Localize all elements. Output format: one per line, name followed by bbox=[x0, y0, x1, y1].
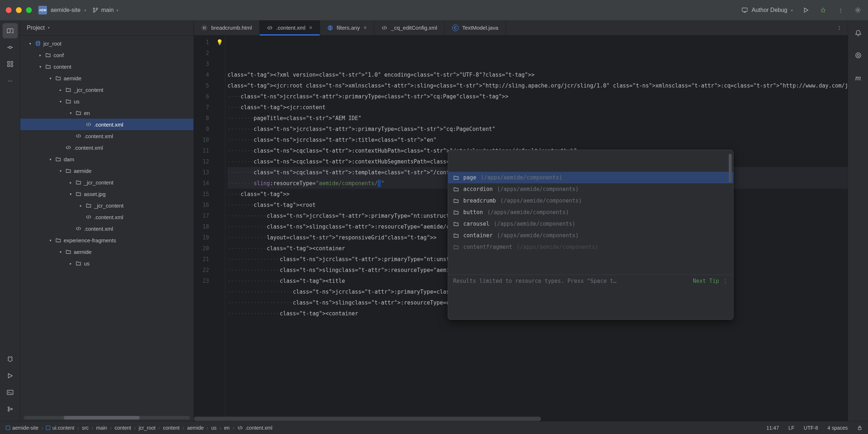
autocomplete-item[interactable]: button(/apps/aemide/components) bbox=[448, 207, 733, 218]
structure-tool-button[interactable] bbox=[3, 56, 18, 72]
branch-selector[interactable]: main ▾ bbox=[93, 7, 119, 13]
tree-arrow-icon[interactable]: ▾ bbox=[68, 111, 73, 115]
commit-tool-button[interactable] bbox=[3, 40, 18, 55]
indent-setting[interactable]: 4 spaces bbox=[827, 425, 848, 431]
breadcrumb-item[interactable]: us bbox=[211, 425, 217, 431]
popup-menu-button[interactable]: ⋮ bbox=[723, 276, 728, 286]
code-line[interactable]: class="t-tag"><jcr:root class="t-ns">xml… bbox=[227, 80, 848, 91]
tree-arrow-icon[interactable]: ▾ bbox=[48, 238, 53, 242]
editor-tab[interactable]: filters.any× bbox=[320, 20, 375, 35]
minimize-window-button[interactable] bbox=[16, 7, 22, 13]
tree-node[interactable]: .content.xml bbox=[20, 223, 193, 234]
autocomplete-popup[interactable]: page(/apps/aemide/components)accordion(/… bbox=[448, 150, 733, 320]
tree-node[interactable]: ▸_jcr_content bbox=[20, 200, 193, 211]
tree-arrow-icon[interactable]: ▸ bbox=[78, 204, 83, 208]
editor-tab[interactable]: Hbreadcrumb.html bbox=[194, 20, 260, 35]
editor-body[interactable]: 1234567891011121314151617181920212223 💡 … bbox=[194, 35, 848, 417]
editor-tab[interactable]: CTextModel.java bbox=[445, 20, 506, 35]
autocomplete-item[interactable]: contentfragment(/apps/aemide/components) bbox=[448, 241, 733, 253]
autocomplete-item[interactable]: container(/apps/aemide/components) bbox=[448, 230, 733, 241]
code-line[interactable]: ········pageTitle=class="t-str">"AEM IDE… bbox=[227, 113, 848, 124]
more-actions-button[interactable]: ⋮ bbox=[836, 6, 845, 14]
tree-node[interactable]: ▾asset.jpg bbox=[20, 188, 193, 200]
tree-arrow-icon[interactable]: ▾ bbox=[48, 76, 53, 80]
breadcrumb-item[interactable]: content bbox=[163, 425, 180, 431]
tab-list-button[interactable]: ⋮ bbox=[835, 24, 843, 32]
code-line[interactable]: ········class="t-ns">jcrclass="t-attr">:… bbox=[227, 124, 848, 135]
more-tool-button[interactable]: ⋯ bbox=[3, 73, 18, 88]
tree-arrow-icon[interactable]: ▸ bbox=[68, 261, 73, 265]
tree-node[interactable]: ▾us bbox=[20, 95, 193, 107]
tree-arrow-icon[interactable]: ▾ bbox=[68, 192, 73, 196]
breadcrumb-item[interactable]: en bbox=[224, 425, 230, 431]
code-line[interactable]: ····class="t-ns">jcrclass="t-attr">:prim… bbox=[227, 91, 848, 102]
breadcrumb-item[interactable]: aemide-site bbox=[6, 425, 38, 431]
project-tool-button[interactable] bbox=[3, 23, 18, 38]
tree-node[interactable]: ▾aemide bbox=[20, 72, 193, 84]
tree-arrow-icon[interactable]: ▸ bbox=[38, 53, 43, 57]
tree-node[interactable]: ▾en bbox=[20, 107, 193, 119]
debug-button[interactable] bbox=[819, 6, 827, 14]
editor-tab[interactable]: _cq_editConfig.xml bbox=[374, 20, 445, 35]
tree-node[interactable]: .content.xml bbox=[20, 142, 193, 153]
cursor-position[interactable]: 11:47 bbox=[766, 425, 779, 431]
tree-node[interactable]: ▾aemide bbox=[20, 246, 193, 258]
close-window-button[interactable] bbox=[6, 7, 12, 13]
autocomplete-item[interactable]: breadcrumb(/apps/aemide/components) bbox=[448, 195, 733, 207]
tree-arrow-icon[interactable]: ▸ bbox=[58, 88, 63, 92]
breadcrumb-item[interactable]: src bbox=[82, 425, 89, 431]
tab-close-button[interactable]: × bbox=[363, 25, 367, 31]
breadcrumb-item[interactable]: ui.content bbox=[46, 425, 75, 431]
project-panel-header[interactable]: Project ▾ bbox=[20, 20, 193, 35]
autocomplete-item[interactable]: page(/apps/aemide/components) bbox=[448, 172, 733, 183]
breadcrumb-item[interactable]: main bbox=[96, 425, 107, 431]
tree-node[interactable]: .content.xml bbox=[20, 119, 193, 130]
file-encoding[interactable]: UTF-8 bbox=[804, 425, 818, 431]
tree-h-scrollbar[interactable] bbox=[24, 416, 190, 420]
next-tip-link[interactable]: Next Tip bbox=[693, 276, 719, 286]
tree-arrow-icon[interactable]: ▾ bbox=[27, 42, 33, 46]
tab-close-button[interactable]: × bbox=[309, 25, 312, 31]
code-line[interactable]: ····class="t-tag"><jcr:content bbox=[227, 102, 848, 113]
tree-arrow-icon[interactable]: ▸ bbox=[68, 180, 73, 184]
maximize-window-button[interactable] bbox=[26, 7, 32, 13]
tree-node[interactable]: ▸_jcr_content bbox=[20, 176, 193, 188]
tree-arrow-icon[interactable]: ▾ bbox=[58, 250, 63, 254]
notifications-button[interactable] bbox=[851, 25, 866, 41]
popup-scrollbar[interactable] bbox=[729, 154, 732, 183]
code-line[interactable]: class="t-tag"><?xml version=class="t-str… bbox=[227, 69, 848, 80]
project-tree[interactable]: ▾jcr_root▸conf▾content▾aemide▸_jcr_conte… bbox=[20, 35, 193, 414]
tree-node[interactable]: ▸_jcr_content bbox=[20, 84, 193, 95]
build-tool-button[interactable] bbox=[3, 352, 18, 367]
ai-assistant-button[interactable] bbox=[851, 48, 866, 63]
tree-node[interactable]: ▸us bbox=[20, 258, 193, 269]
tree-node[interactable]: ▾content bbox=[20, 61, 193, 72]
autocomplete-item[interactable]: accordion(/apps/aemide/components) bbox=[448, 183, 733, 195]
editor-tab[interactable]: .content.xml× bbox=[260, 20, 320, 35]
tree-node[interactable]: .content.xml bbox=[20, 130, 193, 142]
breadcrumb-item[interactable]: aemide bbox=[187, 425, 204, 431]
project-selector[interactable]: AEM aemide-site ▾ bbox=[38, 6, 86, 14]
maven-tool-button[interactable]: m bbox=[851, 70, 866, 85]
run-config-selector[interactable]: Author Debug ▾ bbox=[741, 7, 793, 13]
code-line[interactable]: ········class="t-ns">jcrclass="t-attr">:… bbox=[227, 135, 848, 145]
readonly-toggle-icon[interactable] bbox=[857, 425, 862, 430]
terminal-tool-button[interactable] bbox=[3, 385, 18, 400]
settings-button[interactable] bbox=[854, 6, 862, 14]
tree-node[interactable]: .content.xml bbox=[20, 211, 193, 223]
tree-node[interactable]: ▾aemide bbox=[20, 165, 193, 176]
breadcrumb-item[interactable]: content bbox=[115, 425, 131, 431]
vcs-tool-button[interactable] bbox=[3, 401, 18, 417]
breadcrumb-item[interactable]: jcr_root bbox=[139, 425, 156, 431]
tree-node[interactable]: ▾dam bbox=[20, 153, 193, 165]
tree-arrow-icon[interactable]: ▾ bbox=[38, 65, 43, 69]
tree-node[interactable]: ▸conf bbox=[20, 49, 193, 61]
breadcrumb-item[interactable]: .content.xml bbox=[237, 425, 272, 431]
tree-arrow-icon[interactable]: ▾ bbox=[48, 157, 53, 161]
tree-node[interactable]: ▾experience-fragments bbox=[20, 234, 193, 246]
autocomplete-item[interactable]: carousel(/apps/aemide/components) bbox=[448, 218, 733, 230]
run-button[interactable] bbox=[801, 6, 810, 14]
editor-h-scrollbar[interactable] bbox=[194, 417, 848, 421]
tree-arrow-icon[interactable]: ▾ bbox=[58, 99, 63, 103]
line-separator[interactable]: LF bbox=[788, 425, 794, 431]
